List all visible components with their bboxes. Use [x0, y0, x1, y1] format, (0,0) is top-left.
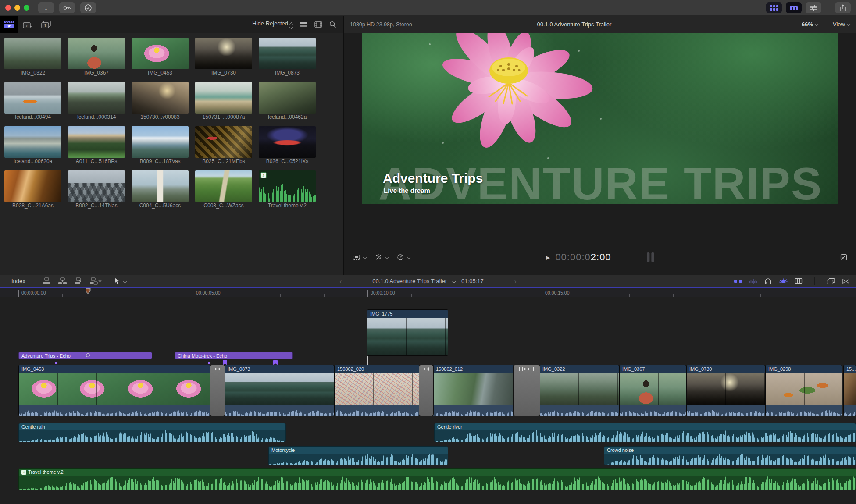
select-tool-dropdown[interactable]	[114, 277, 126, 285]
connected-clip[interactable]: IMG_1775	[367, 309, 448, 356]
snapping-toggle[interactable]	[778, 278, 788, 284]
music-note-icon: ♪	[21, 470, 26, 475]
clip-thumbnail[interactable]	[195, 38, 252, 69]
filmstrip-view-button[interactable]	[314, 21, 322, 28]
clip-thumbnail[interactable]	[132, 38, 189, 69]
connect-edit-button[interactable]	[42, 277, 51, 285]
fullscreen-button[interactable]	[840, 254, 847, 261]
overwrite-edit-button[interactable]	[89, 277, 102, 285]
clip-thumbnail[interactable]	[132, 82, 189, 114]
view-dropdown[interactable]: View	[833, 21, 850, 28]
share-button[interactable]	[835, 2, 851, 13]
transition[interactable]	[210, 365, 225, 416]
timeline-clip[interactable]: 150802_020	[334, 365, 420, 416]
clip-thumbnail[interactable]	[68, 126, 125, 158]
timeline-clip[interactable]: IMG_0453	[18, 365, 210, 416]
browser-clip-cell: C004_C...5U6acs	[132, 170, 189, 209]
timeline-clip[interactable]: IMG_0873	[225, 365, 334, 416]
clip-thumbnail[interactable]	[195, 170, 252, 202]
clip-thumbnail[interactable]	[259, 126, 316, 158]
timeline-clip[interactable]: IMG_0298	[765, 365, 842, 416]
background-tasks-button[interactable]	[80, 2, 96, 13]
timeline-project-dropdown[interactable]: 00.1.0 Adventure Trips Trailer	[372, 278, 455, 284]
effects-dropdown[interactable]	[375, 254, 388, 261]
clip-thumbnail[interactable]	[259, 170, 316, 202]
clip-thumbnail[interactable]	[132, 170, 189, 202]
timeline-layout-button[interactable]	[786, 2, 802, 13]
clip-thumbnail[interactable]	[195, 82, 252, 114]
music-clip[interactable]: ♪Travel theme v.2	[18, 468, 856, 490]
transform-dropdown[interactable]	[353, 254, 366, 260]
ruler-label: 00:00:15:00	[545, 290, 569, 295]
clip-label: IMG_0873	[259, 69, 316, 77]
timeline-ruler[interactable]: 00:00:00:0000:00:05:0000:00:10:0000:00:1…	[0, 287, 856, 297]
close-button[interactable]	[5, 5, 11, 11]
audio-clip[interactable]: Gentle river	[434, 423, 856, 442]
clip-thumbnail[interactable]	[4, 82, 61, 114]
transition[interactable]	[419, 365, 434, 416]
import-button[interactable]: ↓	[38, 2, 54, 13]
audio-skimming-toggle[interactable]	[749, 278, 758, 284]
marker-dot[interactable]	[208, 362, 210, 364]
main-row: IMG_0322IMG_0367IMG_0453IMG_0730IMG_0873…	[0, 33, 856, 275]
timeline-back-button[interactable]: ‹	[339, 277, 342, 285]
timeline-clip[interactable]: IMG_0367	[619, 365, 686, 416]
timeline-clip[interactable]: 15...	[843, 365, 856, 416]
clip-thumbnail[interactable]	[259, 38, 316, 69]
playhead[interactable]	[88, 287, 88, 504]
clip-thumbnail[interactable]	[195, 126, 252, 158]
filter-dropdown[interactable]: Hide Rejected	[252, 20, 292, 28]
clapperboard-small-icon	[527, 22, 534, 27]
clip-thumbnail[interactable]	[68, 82, 125, 114]
tab-media-browser[interactable]	[0, 16, 18, 33]
clip-thumbnail[interactable]	[68, 170, 125, 202]
retime-dropdown[interactable]	[397, 254, 410, 261]
clip-thumbnail[interactable]	[259, 82, 316, 114]
browser-layout-button[interactable]	[766, 2, 782, 13]
viewer-header: 1080p HD 23.98p, Stereo 00.1.0 Adventure…	[344, 16, 856, 33]
minimize-button[interactable]	[14, 5, 20, 11]
clip-appearance-button[interactable]	[795, 278, 802, 285]
viewer-stage[interactable]: ADVENTURE TRIPS Adventure Trips Live the…	[362, 33, 838, 204]
keyword-editor-button[interactable]	[59, 2, 75, 13]
play-button[interactable]: ▶	[546, 254, 550, 261]
clip-thumbnail[interactable]	[132, 126, 189, 158]
clip-thumbnail[interactable]	[4, 170, 61, 202]
waveform	[19, 430, 285, 442]
clip-thumbnail[interactable]	[4, 38, 61, 69]
list-view-button[interactable]	[300, 21, 307, 27]
timeline-forward-button[interactable]: ›	[514, 277, 517, 285]
audio-clip[interactable]: Motorcycle	[268, 446, 448, 465]
precision-editor-button[interactable]	[842, 278, 850, 284]
timeline-index-button[interactable]: Index	[6, 277, 31, 286]
tab-photos-audio[interactable]: ♪	[18, 16, 37, 33]
trim-toggle[interactable]	[734, 278, 742, 284]
secondary-window-button[interactable]	[827, 278, 835, 284]
title-clip[interactable]: China Moto-trek - Echo	[175, 352, 293, 359]
timeline-clip[interactable]: IMG_0730	[686, 365, 765, 416]
audio-clip[interactable]: Crowd noise	[604, 446, 856, 465]
insert-edit-button[interactable]	[57, 277, 67, 285]
marker-dot[interactable]	[55, 362, 57, 364]
audio-waveform-area	[19, 476, 856, 490]
clip-thumbnail[interactable]	[4, 126, 61, 158]
transition[interactable]	[513, 365, 540, 416]
clip-thumbnail[interactable]	[68, 38, 125, 69]
zoom-level-dropdown[interactable]: 66%	[802, 21, 818, 28]
ruler-tick	[760, 294, 761, 297]
clip-label: 150730...v00083	[132, 114, 189, 121]
append-edit-button[interactable]	[73, 277, 83, 285]
tab-titles-generators[interactable]: T	[37, 16, 55, 33]
zoom-window-button[interactable]	[24, 5, 29, 11]
clip-name: IMG_0298	[766, 365, 842, 373]
solo-toggle[interactable]	[764, 278, 772, 284]
search-button[interactable]	[329, 21, 336, 28]
title-clip[interactable]: Adventure Trips - Echo	[18, 352, 152, 359]
audio-meters[interactable]	[647, 252, 654, 262]
browser-toolbar: ♪ T Hide Rejected	[0, 16, 344, 33]
inspector-button[interactable]	[806, 2, 821, 13]
audio-clip[interactable]: Gentle rain	[18, 423, 286, 442]
timeline-clip[interactable]: IMG_0322	[539, 365, 619, 416]
timeline-clip[interactable]: 150802_012	[433, 365, 514, 416]
transition-icon	[215, 367, 220, 371]
